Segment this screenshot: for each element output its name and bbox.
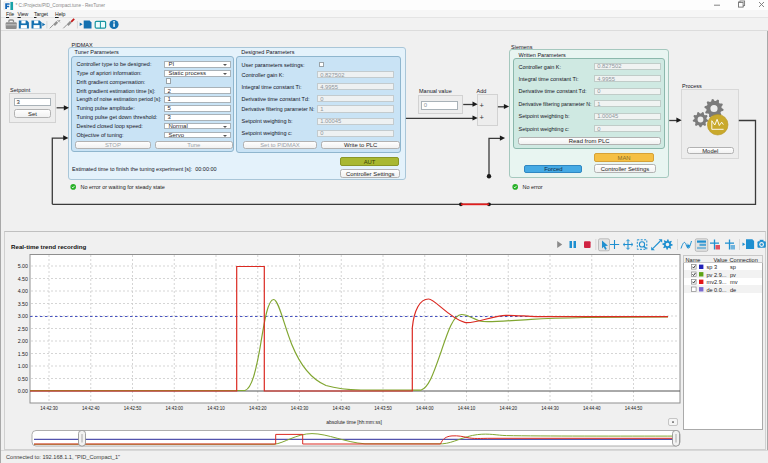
- svg-text:14:43:40: 14:43:40: [332, 406, 350, 411]
- svg-text:14:44:00: 14:44:00: [416, 406, 434, 411]
- svg-text:sp: sp: [706, 264, 712, 270]
- svg-text:14:42:30: 14:42:30: [40, 406, 58, 411]
- svg-text:1.00: 1.00: [18, 363, 28, 369]
- svg-text:de: de: [706, 286, 712, 292]
- svg-text:14:44:20: 14:44:20: [499, 406, 517, 411]
- svg-text:14:43:30: 14:43:30: [291, 406, 309, 411]
- svg-text:3: 3: [714, 264, 717, 270]
- svg-text:0.0...: 0.0...: [714, 286, 727, 292]
- svg-text:14:44:30: 14:44:30: [541, 406, 559, 411]
- svg-text:mv: mv: [706, 279, 714, 285]
- svg-text:14:42:40: 14:42:40: [82, 406, 100, 411]
- svg-text:14:43:10: 14:43:10: [207, 406, 225, 411]
- svg-text:0.50: 0.50: [18, 376, 28, 382]
- svg-text:2.9...: 2.9...: [714, 279, 727, 285]
- svg-text:14:42:50: 14:42:50: [124, 406, 142, 411]
- svg-text:14:43:00: 14:43:00: [165, 406, 183, 411]
- svg-text:mv: mv: [730, 279, 738, 285]
- svg-text:0.00: 0.00: [18, 388, 28, 394]
- svg-text:2.9...: 2.9...: [714, 271, 727, 277]
- svg-text:4.00: 4.00: [18, 288, 28, 294]
- svg-text:pv: pv: [706, 271, 712, 277]
- svg-text:14:43:50: 14:43:50: [374, 406, 392, 411]
- svg-text:3.50: 3.50: [18, 301, 28, 307]
- svg-text:2.50: 2.50: [18, 326, 28, 332]
- svg-text:14:44:50: 14:44:50: [625, 406, 643, 411]
- svg-text:4.50: 4.50: [18, 276, 28, 282]
- svg-text:5.00: 5.00: [18, 263, 28, 269]
- svg-text:14:44:40: 14:44:40: [583, 406, 601, 411]
- svg-text:14:43:20: 14:43:20: [249, 406, 267, 411]
- svg-text:2.00: 2.00: [18, 338, 28, 344]
- svg-text:de: de: [730, 286, 736, 292]
- svg-text:pv: pv: [730, 271, 736, 277]
- svg-text:1.50: 1.50: [18, 351, 28, 357]
- svg-text:3.00: 3.00: [18, 313, 28, 319]
- svg-text:14:44:10: 14:44:10: [458, 406, 476, 411]
- svg-text:sp: sp: [730, 264, 736, 270]
